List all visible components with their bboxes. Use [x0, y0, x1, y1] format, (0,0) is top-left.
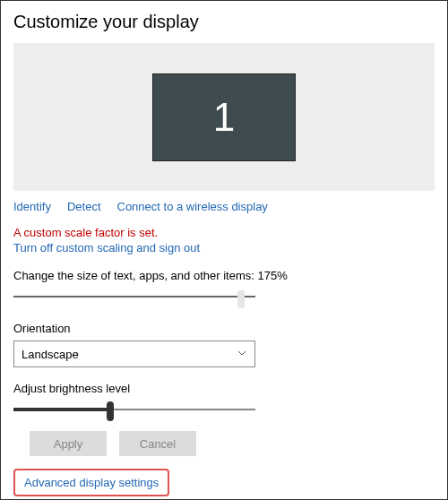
identify-link[interactable]: Identify	[13, 200, 51, 213]
orientation-selected: Landscape	[22, 348, 79, 361]
orientation-dropdown[interactable]: Landscape	[13, 341, 255, 367]
page-title: Customize your display	[13, 12, 435, 32]
chevron-down-icon	[237, 348, 247, 361]
brightness-slider[interactable]	[13, 401, 255, 422]
display-monitor-1[interactable]: 1	[152, 73, 296, 161]
detect-link[interactable]: Detect	[67, 200, 101, 213]
scale-label: Change the size of text, apps, and other…	[13, 269, 435, 282]
slider-track	[13, 296, 255, 297]
button-row: Apply Cancel	[30, 431, 435, 456]
monitor-number: 1	[213, 95, 235, 140]
monitor-arrangement-area[interactable]: 1	[13, 43, 435, 191]
slider-thumb[interactable]	[237, 290, 245, 308]
connect-wireless-link[interactable]: Connect to a wireless display	[117, 200, 268, 213]
custom-scale-warning: A custom scale factor is set.	[13, 226, 435, 239]
cancel-button[interactable]: Cancel	[119, 431, 196, 456]
advanced-display-settings-link[interactable]: Advanced display settings	[13, 469, 169, 496]
orientation-label: Orientation	[13, 322, 435, 335]
apply-button[interactable]: Apply	[30, 431, 107, 456]
brightness-label: Adjust brightness level	[13, 382, 435, 395]
turn-off-scaling-link[interactable]: Turn off custom scaling and sign out	[13, 241, 435, 254]
scale-slider[interactable]	[13, 288, 255, 309]
slider-thumb[interactable]	[107, 401, 114, 421]
display-actions: Identify Detect Connect to a wireless di…	[13, 200, 435, 213]
slider-track-fill	[13, 408, 110, 411]
